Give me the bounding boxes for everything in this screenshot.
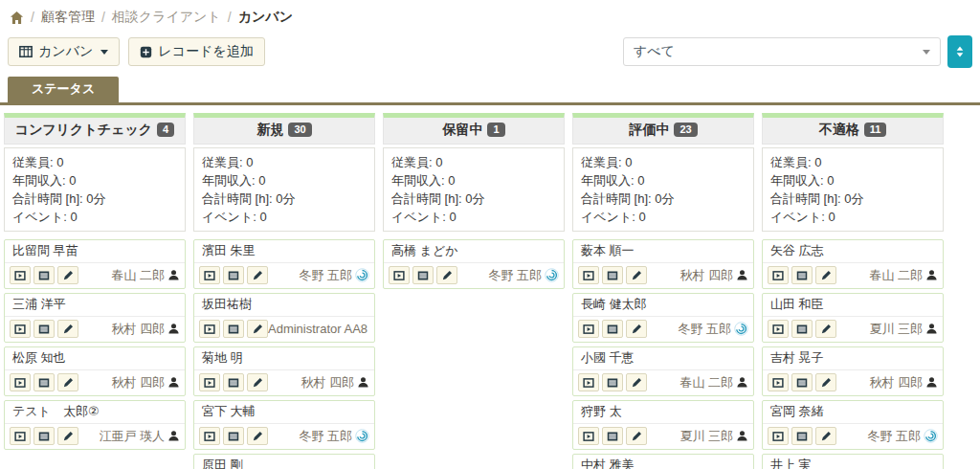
record-name: 狩野 太 [573, 401, 753, 424]
list-icon [796, 431, 808, 442]
open-record-button[interactable] [578, 320, 599, 338]
record-details-button[interactable] [33, 373, 55, 391]
open-record-button[interactable] [199, 427, 220, 445]
person-icon [736, 376, 748, 389]
open-record-button[interactable] [768, 373, 789, 391]
record-card[interactable]: 菊地 明 秋村 四郎 [193, 346, 375, 396]
open-record-button[interactable] [578, 427, 599, 445]
edit-record-button[interactable] [815, 427, 836, 445]
column-title: コンフリクトチェック [15, 122, 152, 137]
open-record-button[interactable] [768, 266, 789, 284]
add-record-button[interactable]: レコードを追加 [128, 37, 264, 66]
record-details-button[interactable] [223, 427, 244, 445]
assignee-name: 冬野 五郎 [678, 321, 731, 338]
assignee: 春山 二郎 [679, 374, 748, 391]
record-details-button[interactable] [223, 266, 244, 284]
record-card[interactable]: 矢谷 広志 春山 二郎 [762, 239, 944, 289]
open-record-icon [14, 270, 26, 281]
record-details-button[interactable] [602, 320, 623, 338]
record-card[interactable]: 三浦 洋平 秋村 四郎 [4, 293, 186, 343]
record-card-footer: 春山 二郎 [5, 263, 185, 288]
open-record-button[interactable] [10, 320, 31, 338]
edit-record-button[interactable] [626, 373, 647, 391]
record-details-button[interactable] [602, 266, 623, 284]
edit-record-button[interactable] [57, 320, 78, 338]
tab-status[interactable]: ステータス [8, 77, 119, 102]
edit-record-button[interactable] [815, 373, 836, 391]
open-record-button[interactable] [768, 427, 789, 445]
edit-record-button[interactable] [57, 373, 78, 391]
edit-record-button[interactable] [436, 266, 457, 284]
record-card[interactable]: 濱田 朱里 冬野 五郎 [193, 239, 375, 289]
edit-record-button[interactable] [247, 373, 268, 391]
record-card[interactable]: 宮下 大輔 冬野 五郎 [193, 400, 375, 450]
open-record-button[interactable] [389, 266, 410, 284]
filter-select[interactable]: すべて [623, 37, 941, 66]
record-details-button[interactable] [33, 320, 55, 338]
column-summary: 従業員: 0 年間収入: 0 合計時間 [h]: 0分 イベント: 0 [4, 147, 186, 232]
assignee-name: 冬野 五郎 [299, 428, 352, 445]
open-record-button[interactable] [199, 373, 220, 391]
record-card[interactable]: 山田 和臣 夏川 三郎 [762, 293, 944, 343]
record-card[interactable]: 宮岡 奈緒 冬野 五郎 [762, 400, 944, 450]
summary-employees: 従業員: 0 [391, 153, 556, 171]
open-record-icon [772, 431, 784, 442]
breadcrumb-link-customer-mgmt[interactable]: 顧客管理 [41, 9, 95, 26]
edit-record-button[interactable] [57, 266, 78, 284]
record-details-button[interactable] [223, 373, 244, 391]
open-record-button[interactable] [10, 427, 31, 445]
record-card[interactable]: 井上 実 春山 二郎 [762, 454, 944, 469]
record-details-button[interactable] [791, 427, 813, 445]
edit-record-button[interactable] [247, 320, 268, 338]
record-details-button[interactable] [602, 373, 623, 391]
open-record-button[interactable] [578, 373, 599, 391]
open-record-icon [204, 431, 215, 442]
edit-record-button[interactable] [57, 427, 78, 445]
edit-record-button[interactable] [626, 427, 647, 445]
open-record-button[interactable] [199, 320, 220, 338]
record-card[interactable]: 中村 雅美 秋村 四郎 [572, 454, 754, 469]
record-details-button[interactable] [791, 373, 813, 391]
record-card[interactable]: 原田 剛 夏川 三郎 [193, 454, 375, 469]
record-card[interactable]: 坂田祐樹 Administrator AA8 [193, 293, 375, 343]
record-card[interactable]: 小國 千恵 春山 二郎 [572, 346, 754, 396]
open-record-button[interactable] [10, 373, 31, 391]
edit-record-button[interactable] [626, 266, 647, 284]
record-details-button[interactable] [791, 266, 813, 284]
record-details-button[interactable] [412, 266, 434, 284]
home-icon[interactable] [10, 11, 24, 25]
assignee-name: 秋村 四郎 [111, 374, 165, 391]
record-card[interactable]: 高橋 まどか 冬野 五郎 [383, 239, 565, 289]
open-record-button[interactable] [578, 266, 599, 284]
record-card[interactable]: テスト 太郎② 江亜戸 瑛人 [4, 400, 186, 450]
column-count-badge: 1 [487, 123, 504, 137]
summary-events: イベント: 0 [202, 208, 367, 226]
column-title: 評価中 [629, 122, 669, 137]
edit-record-button[interactable] [626, 320, 647, 338]
record-card[interactable]: 松原 知也 秋村 四郎 [4, 346, 186, 396]
record-details-button[interactable] [602, 427, 623, 445]
view-switcher-button[interactable]: カンバン [8, 37, 120, 66]
record-details-button[interactable] [791, 320, 813, 338]
open-record-button[interactable] [10, 266, 31, 284]
edit-record-button[interactable] [247, 266, 268, 284]
edit-record-button[interactable] [247, 427, 268, 445]
record-details-button[interactable] [33, 427, 55, 445]
record-card[interactable]: 吉村 晃子 秋村 四郎 [762, 346, 944, 396]
open-record-button[interactable] [768, 320, 789, 338]
record-card[interactable]: 比留間 早苗 春山 二郎 [4, 239, 186, 289]
open-record-button[interactable] [199, 266, 220, 284]
assignee-name: Administrator AA8 [268, 322, 368, 336]
edit-record-button[interactable] [815, 266, 836, 284]
edit-record-button[interactable] [815, 320, 836, 338]
list-icon [228, 377, 239, 389]
record-card[interactable]: 狩野 太 夏川 三郎 [572, 400, 754, 450]
record-card[interactable]: 薮本 順一 秋村 四郎 [572, 239, 754, 289]
sort-toggle-button[interactable] [947, 35, 972, 68]
record-details-button[interactable] [223, 320, 244, 338]
breadcrumb-link-consult-clients[interactable]: 相談クライアント [112, 9, 221, 26]
record-details-button[interactable] [33, 266, 55, 284]
record-card[interactable]: 長崎 健太郎 冬野 五郎 [572, 293, 754, 343]
summary-annual-income: 年間収入: 0 [770, 171, 935, 190]
pencil-icon [62, 324, 74, 335]
